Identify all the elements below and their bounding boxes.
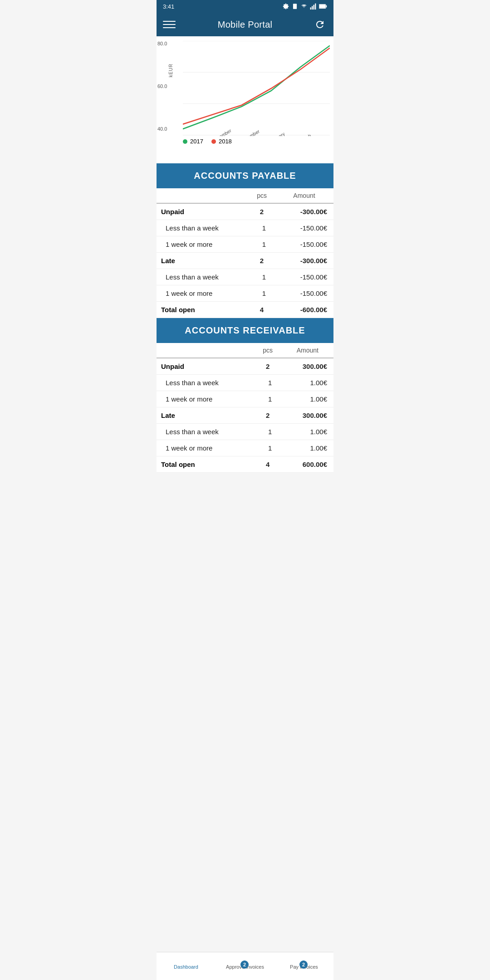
ar-row-amount-6: 600.00€	[282, 456, 333, 473]
ap-col-label	[157, 188, 249, 203]
y-axis-labels: 80.0 60.0 40.0	[157, 41, 167, 132]
ap-row-label-5: 1 week or more	[157, 285, 249, 302]
status-bar: 3:41	[157, 0, 333, 13]
ar-row-2: 1 week or more11.00€	[157, 391, 333, 407]
ar-row-pcs-6: 4	[254, 456, 282, 473]
ar-row-5: 1 week or more11.00€	[157, 440, 333, 456]
app-header: Mobile Portal	[157, 13, 333, 36]
ar-row-pcs-3: 2	[254, 407, 282, 424]
ar-row-amount-5: 1.00€	[282, 440, 333, 456]
accounts-receivable-title: ACCOUNTS RECEIVABLE	[185, 325, 305, 335]
ar-row-label-2: 1 week or more	[157, 391, 254, 407]
ap-row-label-1: Less than a week	[157, 220, 249, 236]
ar-row-amount-3: 300.00€	[282, 407, 333, 424]
ap-row-3[interactable]: Late2-300.00€	[157, 253, 333, 269]
ar-col-pcs: pcs	[254, 343, 282, 358]
accounts-receivable-table: pcs Amount Unpaid2300.00€Less than a wee…	[157, 343, 333, 473]
ar-row-amount-4: 1.00€	[282, 424, 333, 440]
svg-rect-8	[319, 5, 326, 8]
chart-legend: 2017 2018	[183, 138, 330, 145]
status-time: 3:41	[163, 3, 174, 10]
ap-col-amount: Amount	[275, 188, 333, 203]
ap-row-pcs-2: 1	[249, 236, 275, 253]
svg-rect-4	[314, 5, 314, 10]
refresh-button[interactable]	[314, 18, 327, 31]
accounts-payable-title: ACCOUNTS PAYABLE	[194, 171, 296, 181]
svg-text:November: November	[240, 128, 260, 136]
ap-row-label-6: Total open	[157, 302, 249, 318]
status-icons	[283, 3, 327, 10]
ar-row-label-3: Late	[157, 407, 254, 424]
accounts-payable-table: pcs Amount Unpaid2-300.00€Less than a we…	[157, 188, 333, 318]
signal-status-icon	[310, 3, 316, 10]
ap-row-amount-3: -300.00€	[275, 253, 333, 269]
legend-2017: 2017	[183, 138, 203, 145]
ap-row-pcs-1: 1	[249, 220, 275, 236]
wifi-status-icon	[301, 3, 307, 10]
ap-row-amount-6: -600.00€	[275, 302, 333, 318]
accounts-payable-header: ACCOUNTS PAYABLE	[157, 163, 333, 188]
ap-row-4: Less than a week1-150.00€	[157, 269, 333, 285]
ar-row-pcs-0: 2	[254, 358, 282, 375]
ap-row-2: 1 week or more1-150.00€	[157, 236, 333, 253]
ap-row-0[interactable]: Unpaid2-300.00€	[157, 203, 333, 220]
ar-row-1: Less than a week11.00€	[157, 375, 333, 391]
svg-text:September: September	[210, 128, 232, 136]
svg-rect-1	[293, 4, 297, 9]
ar-row-label-4: Less than a week	[157, 424, 254, 440]
ap-col-pcs: pcs	[249, 188, 275, 203]
ar-row-amount-2: 1.00€	[282, 391, 333, 407]
legend-dot-2018	[211, 139, 216, 144]
ap-row-amount-2: -150.00€	[275, 236, 333, 253]
chart-svg-wrapper: July September November January March Ma…	[183, 41, 330, 136]
accounts-receivable-header: ACCOUNTS RECEIVABLE	[157, 318, 333, 343]
ap-row-1: Less than a week1-150.00€	[157, 220, 333, 236]
svg-rect-5	[315, 4, 316, 10]
ar-row-pcs-1: 1	[254, 375, 282, 391]
ar-row-amount-1: 1.00€	[282, 375, 333, 391]
ar-row-pcs-2: 1	[254, 391, 282, 407]
ap-row-label-4: Less than a week	[157, 269, 249, 285]
ar-col-label	[157, 343, 254, 358]
legend-2018: 2018	[211, 138, 232, 145]
y-label-80: 80.0	[157, 41, 167, 46]
legend-label-2018: 2018	[219, 138, 232, 145]
ap-row-amount-4: -150.00€	[275, 269, 333, 285]
ap-row-amount-1: -150.00€	[275, 220, 333, 236]
svg-rect-2	[310, 7, 311, 10]
ar-row-label-6: Total open	[157, 456, 254, 473]
ap-row-6[interactable]: Total open4-600.00€	[157, 302, 333, 318]
ar-row-0[interactable]: Unpaid2300.00€	[157, 358, 333, 375]
menu-button[interactable]	[163, 18, 176, 31]
ap-row-amount-0: -300.00€	[275, 203, 333, 220]
chart-svg: July September November January March Ma…	[183, 41, 330, 136]
ap-row-pcs-4: 1	[249, 269, 275, 285]
legend-label-2017: 2017	[190, 138, 203, 145]
ap-row-5: 1 week or more1-150.00€	[157, 285, 333, 302]
svg-text:March: March	[299, 133, 312, 136]
svg-text:January: January	[269, 131, 286, 136]
y-axis-label: kEUR	[168, 64, 173, 77]
sim-status-icon	[292, 3, 298, 10]
ar-row-amount-0: 300.00€	[282, 358, 333, 375]
ar-row-pcs-5: 1	[254, 440, 282, 456]
app-title: Mobile Portal	[218, 20, 273, 30]
svg-rect-3	[312, 6, 313, 10]
ar-row-3[interactable]: Late2300.00€	[157, 407, 333, 424]
ar-row-6[interactable]: Total open4600.00€	[157, 456, 333, 473]
ar-row-label-5: 1 week or more	[157, 440, 254, 456]
svg-rect-7	[326, 5, 327, 8]
settings-status-icon	[283, 3, 289, 10]
ar-row-4: Less than a week11.00€	[157, 424, 333, 440]
ap-row-pcs-0: 2	[249, 203, 275, 220]
ar-row-pcs-4: 1	[254, 424, 282, 440]
battery-status-icon	[319, 3, 327, 10]
ar-col-amount: Amount	[282, 343, 333, 358]
ap-row-label-0: Unpaid	[157, 203, 249, 220]
ar-row-label-0: Unpaid	[157, 358, 254, 375]
ap-row-label-2: 1 week or more	[157, 236, 249, 253]
ar-header-row: pcs Amount	[157, 343, 333, 358]
ap-row-pcs-3: 2	[249, 253, 275, 269]
ar-row-label-1: Less than a week	[157, 375, 254, 391]
y-label-40: 40.0	[157, 126, 167, 132]
